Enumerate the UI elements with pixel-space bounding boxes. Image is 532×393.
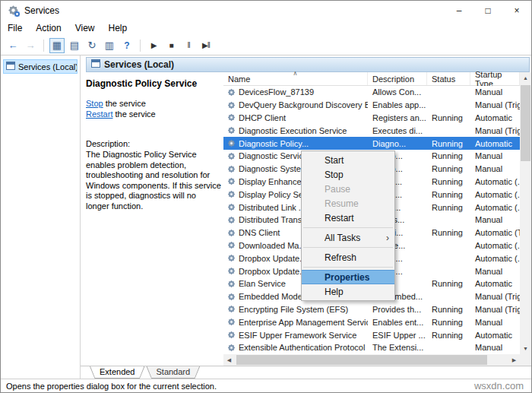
minimize-icon[interactable]: – — [445, 1, 473, 21]
menu-item-label: Properties — [325, 272, 369, 283]
service-name: Dropbox Update... — [239, 254, 306, 263]
service-gear-icon — [227, 331, 236, 339]
pause-service-icon[interactable]: ‖ — [181, 38, 196, 53]
scroll-up-icon[interactable]: ▲ — [520, 72, 531, 84]
menu-help[interactable]: Help — [102, 23, 135, 33]
column-header-status[interactable]: Status — [427, 72, 470, 85]
menubar: FileActionViewHelp — [1, 21, 531, 36]
service-startup-type: Manual — [470, 163, 520, 176]
column-header-name[interactable]: Name∧ — [223, 72, 368, 85]
service-gear-icon — [227, 88, 236, 97]
toolbar: ←→▦▤↻▥?▶■‖▶‖ — [1, 36, 531, 55]
service-row[interactable]: DHCP ClientRegisters an...RunningAutomat… — [223, 112, 520, 125]
service-name: ESIF Upper Framework Service — [239, 331, 356, 340]
tree-item-label: Services (Local) — [18, 62, 78, 71]
name-cell: DevicesFlow_87139 — [223, 86, 368, 99]
horizontal-scrollbar[interactable]: ◀ ▶ — [223, 354, 520, 366]
service-status: Running — [427, 137, 470, 150]
service-row[interactable]: DevicesFlow_87139Allows Con...Manual — [223, 86, 520, 99]
close-icon[interactable]: × — [502, 1, 531, 21]
menu-item-restart[interactable]: Restart — [302, 211, 394, 225]
menu-item-start[interactable]: Start — [302, 153, 394, 167]
service-name: Embedded Mode — [239, 292, 302, 301]
horizontal-scroll-thumb[interactable] — [236, 355, 487, 365]
service-description: Enables ent... — [368, 315, 427, 328]
service-status — [427, 239, 470, 252]
service-gear-icon — [227, 177, 236, 185]
service-name: Dropbox Update... — [239, 267, 306, 276]
title-bar[interactable]: Services – □ × — [1, 1, 531, 21]
service-row[interactable]: Diagnostic Execution ServiceExecutes di.… — [223, 124, 520, 137]
service-startup-type: Automatic (... — [470, 188, 520, 201]
stop-service-icon[interactable]: ■ — [163, 38, 179, 53]
service-row[interactable]: Enterprise App Management ServiceEnables… — [223, 315, 520, 328]
menu-item-resume: Resume — [302, 196, 394, 211]
menu-item-stop[interactable]: Stop — [302, 167, 394, 182]
show-console-tree-icon[interactable]: ▦ — [49, 38, 65, 53]
column-label: Startup Type — [475, 70, 519, 88]
stop-service-link[interactable]: Stop — [86, 99, 103, 108]
panel-header-icon — [91, 59, 100, 70]
back-icon[interactable]: ← — [5, 38, 21, 53]
menu-item-refresh[interactable]: Refresh — [302, 250, 394, 265]
tree-item-services-local[interactable]: Services (Local) — [3, 59, 78, 74]
description-label: Description: — [86, 139, 130, 148]
menu-file[interactable]: File — [1, 23, 29, 33]
service-row[interactable]: DevQuery Background Discovery B...Enable… — [223, 99, 520, 112]
table-header: Name∧DescriptionStatusStartup Type — [223, 72, 520, 86]
help-icon[interactable]: ? — [119, 38, 135, 53]
service-name: Extensible Authentication Protocol — [239, 343, 365, 352]
service-description: The Extensi... — [368, 341, 427, 354]
tab-extended[interactable]: Extended — [90, 366, 144, 379]
menu-item-help[interactable]: Help — [302, 284, 394, 299]
service-gear-icon — [227, 190, 236, 198]
forward-icon[interactable]: → — [23, 38, 38, 53]
restart-service-icon[interactable]: ▶‖ — [198, 38, 214, 53]
service-gear-icon — [227, 139, 236, 147]
vertical-scrollbar[interactable]: ▲ ▼ — [520, 72, 531, 354]
start-service-icon[interactable]: ▶ — [146, 38, 161, 53]
context-menu: StartStopPauseResumeRestartAll Tasks›Ref… — [301, 151, 395, 301]
tab-standard[interactable]: Standard — [146, 366, 200, 379]
menu-item-properties[interactable]: Properties — [302, 270, 394, 284]
name-cell: Extensible Authentication Protocol — [223, 341, 368, 354]
column-header-description[interactable]: Description — [368, 72, 427, 85]
scroll-right-icon[interactable]: ▶ — [508, 354, 520, 366]
service-gear-icon — [227, 101, 236, 109]
service-row[interactable]: Diagnostic Policy...Diagno...RunningAuto… — [223, 137, 520, 150]
service-status — [427, 290, 470, 303]
scroll-left-icon[interactable]: ◀ — [223, 354, 235, 366]
toolbar-separator — [43, 40, 44, 52]
maximize-icon[interactable]: □ — [473, 1, 502, 21]
service-gear-icon — [227, 293, 236, 301]
menu-item-label: Pause — [325, 184, 350, 195]
submenu-arrow-icon: › — [386, 233, 389, 243]
menu-action[interactable]: Action — [29, 23, 68, 33]
service-row[interactable]: Encrypting File System (EFS)Provides th.… — [223, 303, 520, 316]
export-list-icon[interactable]: ▥ — [102, 38, 117, 53]
restart-service-link[interactable]: Restart — [86, 109, 112, 119]
window-controls: – □ × — [445, 1, 531, 21]
service-row[interactable]: ESIF Upper Framework ServiceESIF Upper .… — [223, 328, 520, 341]
service-name: Display Enhance... — [239, 177, 309, 186]
service-gear-icon — [227, 267, 236, 275]
menu-item-all-tasks[interactable]: All Tasks› — [302, 230, 394, 245]
service-description: Diagno... — [368, 137, 427, 150]
service-gear-icon — [227, 254, 236, 262]
refresh-icon[interactable]: ↻ — [84, 38, 100, 53]
service-startup-type: Automatic — [470, 137, 520, 150]
properties-icon[interactable]: ▤ — [67, 38, 82, 53]
selected-service-title: Diagnostic Policy Service — [86, 78, 197, 89]
service-row[interactable]: Extensible Authentication ProtocolThe Ex… — [223, 341, 520, 354]
column-header-startup-type[interactable]: Startup Type — [470, 72, 520, 85]
service-status — [427, 341, 470, 354]
vertical-scroll-thumb[interactable] — [521, 85, 530, 161]
menu-item-label: Start — [325, 155, 344, 166]
name-cell: Diagnostic Policy... — [223, 137, 368, 150]
service-startup-type: Automatic (... — [470, 239, 520, 252]
menu-view[interactable]: View — [68, 23, 102, 33]
service-name: Distributed Trans... — [239, 215, 309, 224]
menu-item-label: Refresh — [325, 252, 356, 263]
status-text: Opens the properties dialog box for the … — [6, 382, 217, 391]
scroll-down-icon[interactable]: ▼ — [520, 343, 531, 354]
